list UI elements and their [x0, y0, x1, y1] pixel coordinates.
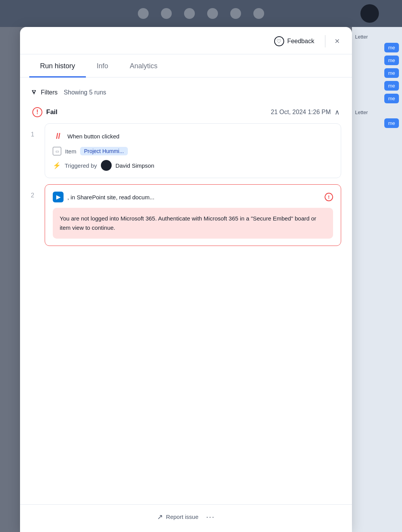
lightning-icon: ⚡ [53, 162, 61, 170]
run-status: ! Fail [32, 107, 57, 117]
feedback-button[interactable]: ♡ Feedback [270, 34, 319, 49]
tab-info[interactable]: Info [86, 54, 119, 77]
chip-4: me [384, 81, 399, 91]
modal-body: ⛛ Filters Showing 5 runs ! Fail 21 Oct, … [20, 77, 352, 498]
tab-analytics[interactable]: Analytics [119, 54, 168, 77]
step-1-item-row: ▭ Item Project Hummi... [53, 147, 333, 155]
modal-footer: ↗ Report issue ··· [20, 504, 352, 532]
error-message-text: You are not logged into Microsoft 365. A… [60, 215, 316, 231]
bell-icon [138, 8, 149, 19]
filters-label: Filters [41, 89, 58, 96]
triggered-by-label: Triggered by [65, 162, 97, 169]
step-1-trigger: // When button clicked [53, 131, 333, 141]
inbox-icon [161, 8, 172, 19]
puzzle-icon [207, 8, 218, 19]
report-issue-label: Report issue [166, 513, 198, 520]
letter-label-2: Letter [355, 109, 368, 115]
modal-header: ♡ Feedback × [20, 27, 352, 54]
chip-5: me [384, 94, 399, 103]
letter-label-1: Letter [355, 34, 368, 40]
report-icon: ↗ [157, 513, 163, 521]
sharepoint-icon: ▶ [53, 192, 64, 202]
run-status-label: Fail [46, 108, 57, 116]
avatar [360, 4, 379, 23]
step-1-item-chip[interactable]: Project Hummi... [80, 147, 127, 155]
step-1-triggered-row: ⚡ Triggered by David Simpson [53, 160, 333, 171]
run-header: ! Fail 21 Oct, 2024 1:26 PM ∧ [31, 107, 341, 117]
header-divider [325, 35, 325, 47]
tab-run-history[interactable]: Run history [29, 54, 86, 77]
feedback-label: Feedback [287, 38, 314, 45]
chip-2: me [384, 56, 399, 65]
step-1-row: 1 // When button clicked ▭ Item Project … [31, 123, 341, 178]
feedback-icon: ♡ [274, 36, 284, 46]
chip-1: me [384, 43, 399, 52]
run-datetime: 21 Oct, 2024 1:26 PM ∧ [271, 108, 340, 116]
topbar [0, 0, 402, 27]
showing-runs-text: Showing 5 runs [64, 89, 106, 96]
fail-icon: ! [32, 107, 42, 117]
user-name: David Simpson [116, 162, 154, 169]
user-avatar [101, 160, 112, 171]
filters-button[interactable]: ⛛ Filters [31, 88, 58, 96]
filters-row: ⛛ Filters Showing 5 runs [31, 88, 341, 96]
chip-3: me [384, 68, 399, 78]
step-2-row: 2 ▶ , in SharePoint site, read docum... … [31, 184, 341, 246]
step-2-number: 2 [31, 184, 39, 199]
step-2-header: ▶ , in SharePoint site, read docum... ! [53, 192, 333, 202]
monday-dot-red: // [56, 132, 60, 141]
search-icon [230, 8, 241, 19]
step-2-card: ▶ , in SharePoint site, read docum... ! … [45, 184, 341, 246]
close-button[interactable]: × [332, 35, 343, 47]
step-1-card: // When button clicked ▭ Item Project Hu… [45, 123, 341, 178]
tabs-container: Run history Info Analytics [20, 54, 352, 77]
run-datetime-text: 21 Oct, 2024 1:26 PM [271, 109, 331, 116]
chip-6: me [384, 118, 399, 128]
help-icon [253, 8, 264, 19]
error-message-box: You are not logged into Microsoft 365. A… [53, 208, 333, 239]
step-1-number: 1 [31, 123, 39, 138]
modal: ♡ Feedback × Run history Info Analytics … [20, 27, 352, 532]
report-issue-button[interactable]: ↗ Report issue [157, 513, 198, 521]
monday-logo: // [53, 131, 64, 141]
item-icon: ▭ [53, 147, 61, 155]
profile-icon [184, 8, 195, 19]
more-options-button[interactable]: ··· [206, 512, 215, 521]
right-panel: Letter me me me me me Letter me [352, 27, 402, 532]
step-2-error-icon: ! [325, 193, 333, 201]
chevron-up-icon[interactable]: ∧ [335, 108, 340, 116]
step-2-text: , in SharePoint site, read docum... [67, 194, 321, 200]
filter-icon: ⛛ [31, 88, 38, 96]
step-1-item-label: Item [65, 148, 76, 155]
step-1-trigger-text: When button clicked [67, 133, 119, 140]
